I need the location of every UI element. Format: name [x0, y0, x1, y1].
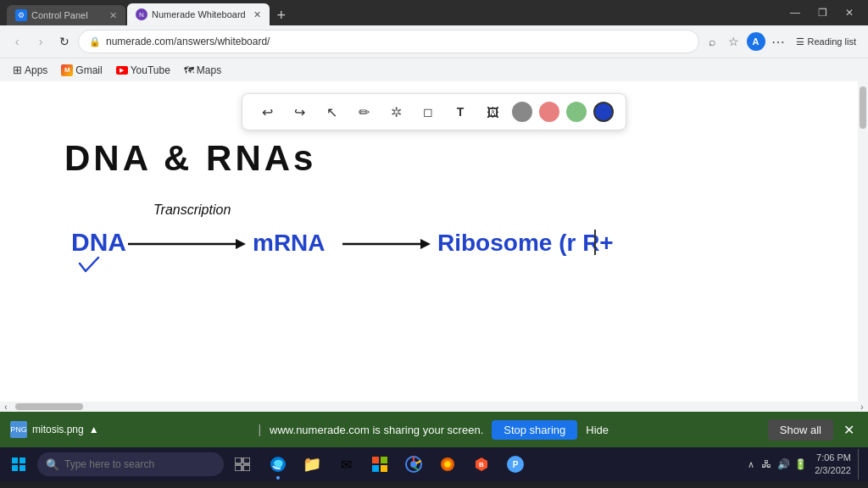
svg-rect-13	[19, 465, 25, 471]
pinned-app-file-explorer[interactable]: 📁	[295, 447, 329, 481]
taskbar-search-box[interactable]: 🔍	[37, 452, 224, 476]
address-bar-row: ‹ › ↻ 🔒 numerade.com/answers/whiteboard/…	[0, 25, 868, 58]
taskbar-pinned-apps: 📁 ✉	[258, 447, 745, 481]
undo-button[interactable]: ↩	[254, 99, 280, 125]
whiteboard-toolbar: ↩ ↪ ↖ ✏ ✲ ◻ T 🖼	[242, 93, 626, 130]
h-scroll-left[interactable]: ‹	[0, 402, 12, 412]
tray-volume-icon[interactable]: 🔊	[776, 457, 791, 472]
shapes-tool-button[interactable]: ✲	[383, 99, 409, 125]
pinned-app-chrome[interactable]	[397, 447, 431, 481]
reading-list-label: Reading list	[808, 36, 856, 47]
pinned-app-mail[interactable]: ✉	[329, 447, 363, 481]
mail-icon: ✉	[341, 457, 352, 473]
tab2-close[interactable]: ✕	[253, 9, 261, 20]
svg-marker-4	[236, 239, 246, 249]
color-blue[interactable]	[593, 102, 614, 122]
select-tool-button[interactable]: ↖	[319, 99, 344, 125]
brave-icon: B	[473, 456, 490, 473]
address-box[interactable]: 🔒 numerade.com/answers/whiteboard/	[78, 30, 699, 53]
svg-rect-17	[243, 465, 250, 471]
sharing-icon: |	[258, 423, 261, 436]
horizontal-scrollbar[interactable]: ‹ ›	[0, 402, 868, 412]
tab1-favicon: ⚙	[15, 9, 27, 21]
task-view-button[interactable]	[227, 449, 258, 480]
pinned-app-firefox[interactable]	[431, 447, 465, 481]
tab1-label: Control Panel	[31, 10, 102, 20]
settings-icon[interactable]: ⋯	[769, 32, 787, 51]
taskbar-search-input[interactable]	[64, 458, 200, 470]
pinned-app-store[interactable]	[363, 447, 397, 481]
eraser-tool-button[interactable]: ◻	[415, 99, 441, 125]
nav-back-button[interactable]: ‹	[7, 31, 27, 52]
bookmark-youtube[interactable]: ▶ YouTube	[110, 63, 176, 78]
h-scroll-right[interactable]: ›	[856, 402, 868, 412]
tab1-close[interactable]: ✕	[109, 10, 117, 21]
title-bar: ⚙ Control Panel ✕ N Numerade Whiteboard …	[0, 0, 868, 25]
pinned-app-brave[interactable]: B	[465, 447, 498, 481]
bookmark-youtube-label: YouTube	[131, 64, 170, 76]
bookmark-maps[interactable]: 🗺 Maps	[178, 63, 227, 78]
tray-battery-icon[interactable]: 🔋	[793, 457, 808, 472]
tab-numerade-whiteboard[interactable]: N Numerade Whiteboard ✕	[127, 3, 270, 25]
youtube-icon: ▶	[116, 66, 128, 75]
profile-app-icon: P	[507, 456, 524, 473]
text-tool-button[interactable]: T	[448, 99, 473, 125]
start-button[interactable]	[0, 447, 37, 481]
maps-icon: 🗺	[184, 64, 194, 76]
window-controls: — ❐ ✕	[783, 4, 861, 21]
edge-icon	[270, 456, 287, 473]
profile-avatar[interactable]: A	[747, 32, 765, 51]
tray-network-icon[interactable]: 🖧	[759, 457, 774, 472]
bookmark-apps-label: Apps	[25, 64, 47, 76]
apps-grid-icon: ⊞	[13, 64, 22, 76]
tab2-label: Numerade Whiteboard	[152, 9, 246, 19]
taskbar-clock[interactable]: 7:06 PM 2/3/2022	[810, 452, 856, 478]
new-tab-button[interactable]: +	[270, 5, 293, 25]
pencil-tool-button[interactable]: ✏	[351, 99, 376, 125]
favorites-icon[interactable]: ☆	[725, 32, 743, 51]
color-gray[interactable]	[512, 102, 532, 122]
file-chevron-up[interactable]: ▲	[89, 424, 99, 435]
nav-reload-button[interactable]: ↻	[54, 31, 75, 52]
svg-rect-22	[381, 465, 387, 472]
pinned-app-edge[interactable]	[261, 447, 295, 481]
hide-button[interactable]: Hide	[586, 424, 609, 436]
h-scrollbar-thumb[interactable]	[15, 403, 83, 410]
gmail-icon: M	[61, 64, 73, 76]
svg-rect-20	[381, 457, 387, 463]
bookmark-gmail-label: Gmail	[75, 64, 102, 76]
svg-rect-21	[372, 465, 379, 472]
redo-button[interactable]: ↪	[287, 99, 312, 125]
sharing-notice: | www.numerade.com is sharing your scree…	[106, 420, 761, 440]
tab2-favicon: N	[136, 8, 147, 20]
tray-chevron[interactable]: ∧	[745, 458, 757, 472]
show-all-button[interactable]: Show all	[768, 419, 833, 441]
svg-rect-11	[19, 458, 25, 463]
svg-point-24	[410, 461, 417, 468]
svg-rect-12	[12, 465, 18, 471]
store-icon	[371, 456, 388, 473]
svg-marker-7	[420, 239, 431, 249]
show-desktop-button[interactable]	[858, 449, 863, 480]
restore-button[interactable]: ❐	[810, 4, 834, 21]
taskbar-time: 7:06 PM	[815, 452, 851, 464]
tab-control-panel[interactable]: ⚙ Control Panel ✕	[7, 5, 125, 25]
minimize-button[interactable]: —	[783, 4, 807, 21]
notification-close-button[interactable]: ✕	[840, 422, 858, 438]
downloaded-file[interactable]: PNG mitosis.png ▲	[10, 421, 99, 438]
vertical-scrollbar[interactable]	[858, 81, 868, 402]
color-green[interactable]	[566, 102, 587, 122]
bookmark-apps[interactable]: ⊞ Apps	[7, 62, 53, 78]
file-name: mitosis.png	[32, 424, 84, 435]
color-pink[interactable]	[539, 102, 559, 122]
close-button[interactable]: ✕	[837, 4, 861, 21]
nav-forward-button[interactable]: ›	[31, 31, 51, 52]
search-icon[interactable]: ⌕	[703, 32, 721, 51]
bookmark-gmail[interactable]: M Gmail	[55, 63, 108, 78]
svg-rect-19	[372, 457, 379, 463]
reading-list-button[interactable]: ☰ Reading list	[791, 35, 861, 49]
scrollbar-thumb[interactable]	[860, 86, 866, 129]
stop-sharing-button[interactable]: Stop sharing	[492, 420, 577, 440]
pinned-app-profile[interactable]: P	[498, 447, 532, 481]
image-tool-button[interactable]: 🖼	[480, 99, 505, 125]
